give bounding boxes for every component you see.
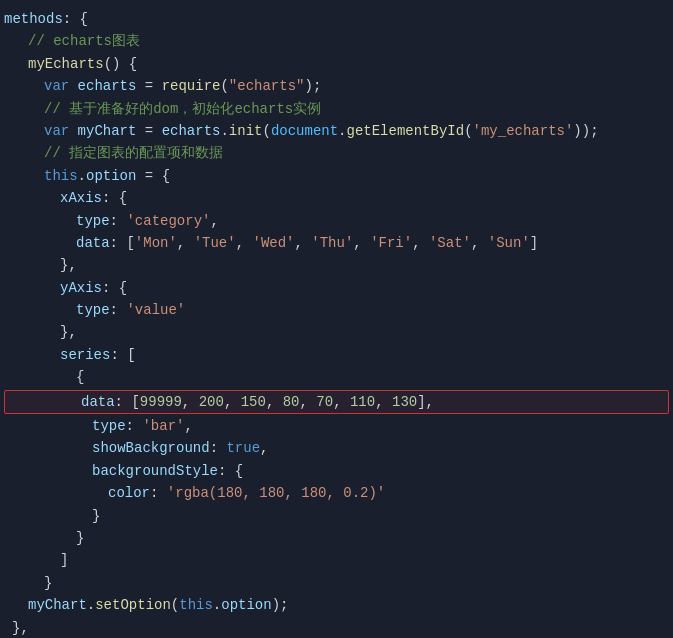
code-obj: myChart <box>28 594 87 616</box>
code-string: 'category' <box>126 210 210 232</box>
code-key: xAxis <box>60 187 102 209</box>
code-bool: true <box>226 437 260 459</box>
code-line-9: xAxis: { <box>0 187 673 209</box>
code-keyword: this <box>179 594 213 616</box>
code-line-22: color: 'rgba(180, 180, 180, 0.2)' <box>0 482 673 504</box>
code-key: type <box>92 415 126 437</box>
code-line-12: }, <box>0 254 673 276</box>
code-key: series <box>60 344 110 366</box>
code-func: setOption <box>95 594 171 616</box>
code-string: 'value' <box>126 299 185 321</box>
code-editor: methods: { // echarts图表 myEcharts() { va… <box>0 0 673 638</box>
code-key: data <box>76 232 110 254</box>
code-string: 'bar' <box>142 415 184 437</box>
code-prop: option <box>221 594 271 616</box>
code-string: 'my_echarts' <box>473 120 574 142</box>
code-key: data <box>81 391 115 413</box>
code-text: methods <box>4 8 63 30</box>
code-func: require <box>162 75 221 97</box>
code-line-27: myChart.setOption(this.option); <box>0 594 673 616</box>
code-line-21: backgroundStyle: { <box>0 460 673 482</box>
code-keyword: this <box>44 165 78 187</box>
code-line-14: type: 'value' <box>0 299 673 321</box>
code-line-8: this.option = { <box>0 165 673 187</box>
code-line-16: series: [ <box>0 344 673 366</box>
code-line-26: } <box>0 572 673 594</box>
code-line-2: // echarts图表 <box>0 30 673 52</box>
code-line-13: yAxis: { <box>0 277 673 299</box>
code-obj: echarts <box>162 120 221 142</box>
code-string: 'Mon' <box>135 232 177 254</box>
code-obj2: document <box>271 120 338 142</box>
code-line-5: // 基于准备好的dom，初始化echarts实例 <box>0 98 673 120</box>
code-line-25: ] <box>0 549 673 571</box>
code-line-6: var myChart = echarts.init(document.getE… <box>0 120 673 142</box>
code-line-20: showBackground: true, <box>0 437 673 459</box>
code-line-7: // 指定图表的配置项和数据 <box>0 142 673 164</box>
code-keyword: var <box>44 120 78 142</box>
code-line-15: }, <box>0 321 673 343</box>
code-key: type <box>76 210 110 232</box>
code-func2: getElementById <box>347 120 465 142</box>
code-key: yAxis <box>60 277 102 299</box>
code-string: "echarts" <box>229 75 305 97</box>
code-keyword: var <box>44 75 78 97</box>
code-key: color <box>108 482 150 504</box>
code-line-24: } <box>0 527 673 549</box>
code-key: backgroundStyle <box>92 460 218 482</box>
code-line-17: { <box>0 366 673 388</box>
code-line-1: methods: { <box>0 8 673 30</box>
code-text: myEcharts <box>28 53 104 75</box>
code-comment: // 基于准备好的dom，初始化echarts实例 <box>44 98 321 120</box>
code-line-10: type: 'category', <box>0 210 673 232</box>
code-string: 'rgba(180, 180, 180, 0.2)' <box>167 482 385 504</box>
code-line-4: var echarts = require("echarts"); <box>0 75 673 97</box>
code-line-3: myEcharts() { <box>0 53 673 75</box>
code-comment: // echarts图表 <box>28 30 140 52</box>
code-line-11: data: ['Mon', 'Tue', 'Wed', 'Thu', 'Fri'… <box>0 232 673 254</box>
highlighted-code-line: data: [99999, 200, 150, 80, 70, 110, 130… <box>4 390 669 414</box>
code-line-23: } <box>0 505 673 527</box>
code-key: showBackground <box>92 437 210 459</box>
code-comment: // 指定图表的配置项和数据 <box>44 142 223 164</box>
code-var: myChart <box>78 120 145 142</box>
code-number: 99999 <box>140 391 182 413</box>
code-func: init <box>229 120 263 142</box>
code-line-19: type: 'bar', <box>0 415 673 437</box>
code-var: option <box>86 165 145 187</box>
code-var: echarts <box>78 75 145 97</box>
code-key: type <box>76 299 110 321</box>
code-line-28: }, <box>0 617 673 638</box>
